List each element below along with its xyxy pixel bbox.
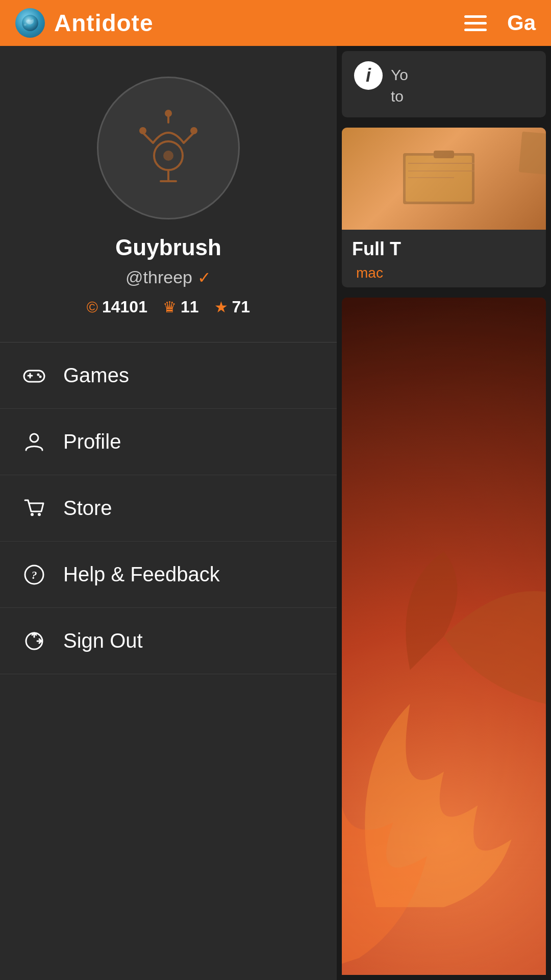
help-label: Help & Feedback [63,563,220,586]
game-thumbnail-1 [342,128,546,230]
svg-rect-23 [406,156,472,202]
info-icon: i [354,61,383,90]
signout-label: Sign Out [63,629,143,652]
sidebar: Guybrush @threep ✓ © 14101 ♛ 11 ★ 71 [0,46,337,980]
handle-row: @threep ✓ [126,267,211,287]
stars-stat: ★ 71 [214,298,251,316]
app-header: Antidote Ga [0,0,551,46]
svg-point-14 [37,373,40,376]
profile-area: Guybrush @threep ✓ © 14101 ♛ 11 ★ 71 [0,46,337,342]
thumb-svg [393,148,495,209]
help-icon: ? [20,561,48,589]
star-icon: ★ [214,298,228,316]
avatar-icon [128,107,209,189]
svg-point-5 [190,127,197,134]
game-card-1[interactable]: Full T mac [342,128,546,287]
stars-value: 71 [232,298,251,316]
game-info-1: Full T mac [342,230,546,287]
svg-point-15 [39,375,42,378]
coins-icon: © [87,299,98,316]
svg-point-3 [139,127,146,134]
right-panel: i Yo Yo to to [337,46,551,980]
svg-point-17 [31,513,34,516]
thumb-decoration [519,132,546,175]
info-box: i Yo Yo to to [342,51,546,117]
handle-label: @threep [126,267,192,287]
signout-icon [20,627,48,655]
svg-point-7 [165,110,172,117]
crown-stat: ♛ 11 [163,298,199,316]
coins-stat: © 14101 [87,298,147,316]
svg-line-4 [184,133,194,143]
platform-label-1: mac [356,265,383,281]
header-partial-text: Ga [507,11,536,35]
app-name-label: Antidote [54,9,154,37]
game-thumbnail-2 [342,298,546,975]
gamepad-icon [20,362,48,389]
app-logo [15,8,45,38]
sidebar-item-signout[interactable]: Sign Out [0,608,337,674]
svg-line-2 [143,133,153,143]
crown-icon: ♛ [163,298,177,316]
cart-icon [20,495,48,522]
sidebar-item-store[interactable]: Store [0,475,337,542]
svg-text:?: ? [32,569,37,581]
svg-point-16 [30,434,38,442]
svg-point-18 [38,513,41,516]
stats-row: © 14101 ♛ 11 ★ 71 [87,298,250,316]
game-title-1: Full T [352,238,536,260]
crown-value: 11 [181,298,199,316]
username-label: Guybrush [115,235,221,260]
svg-rect-24 [434,151,454,158]
sidebar-item-games[interactable]: Games [0,342,337,409]
coins-value: 14101 [102,298,147,316]
header-left: Antidote [0,8,464,38]
info-text-line1: Yo [391,66,408,83]
game-platform-1: mac [352,265,536,281]
sidebar-item-profile[interactable]: Profile [0,409,337,475]
avatar [97,77,240,219]
svg-point-8 [163,151,173,161]
header-right: Ga [464,11,551,35]
sidebar-item-help[interactable]: ? Help & Feedback [0,542,337,608]
thumb-svg-2 [342,298,546,975]
game-card-2[interactable] [342,298,546,975]
verified-icon: ✓ [197,268,211,287]
info-text: Yo Yo to to [391,61,408,107]
store-label: Store [63,497,112,520]
games-label: Games [63,364,129,387]
info-text-to: to [391,88,404,105]
user-icon [20,428,48,456]
menu-button[interactable] [464,15,487,31]
main-layout: Guybrush @threep ✓ © 14101 ♛ 11 ★ 71 [0,46,551,980]
profile-label: Profile [63,430,121,453]
